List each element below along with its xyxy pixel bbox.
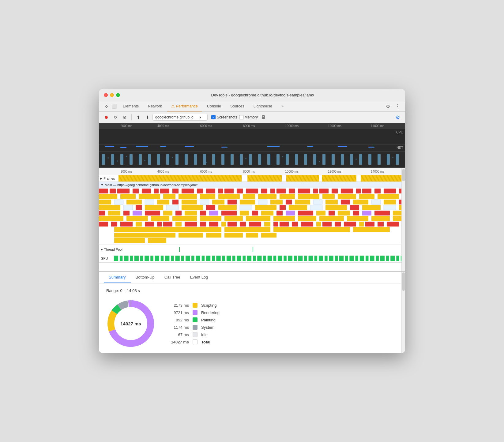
clear-button[interactable]: ⊘ [121, 114, 128, 121]
svg-rect-263 [309, 256, 313, 261]
memory-checkbox-label[interactable]: Memory [239, 115, 258, 119]
svg-rect-151 [145, 211, 160, 215]
thread-pool-expand-icon[interactable]: ▶ [101, 248, 103, 251]
ruler-4000: 4000 ms [157, 124, 169, 128]
svg-rect-260 [294, 256, 297, 261]
svg-rect-241 [196, 256, 200, 261]
tab-event-log[interactable]: Event Log [185, 272, 213, 283]
reload-record-button[interactable]: ↺ [112, 114, 119, 121]
tab-sources[interactable]: Sources [226, 102, 249, 111]
upload-button[interactable]: ⬆ [135, 114, 142, 121]
svg-rect-100 [280, 194, 295, 199]
tab-more[interactable]: » [277, 102, 288, 111]
svg-rect-142 [325, 205, 347, 210]
svg-rect-166 [338, 211, 350, 215]
svg-rect-222 [261, 233, 276, 238]
svg-rect-245 [216, 256, 220, 261]
svg-rect-250 [243, 256, 246, 261]
svg-rect-204 [316, 222, 321, 227]
svg-rect-148 [108, 211, 120, 215]
svg-rect-138 [255, 205, 276, 210]
svg-rect-150 [133, 211, 142, 215]
url-dropdown-icon[interactable]: ▼ [199, 116, 202, 119]
settings-icon[interactable]: ⚙ [384, 103, 392, 110]
svg-rect-20 [185, 154, 188, 165]
svg-rect-113 [182, 200, 197, 204]
svg-rect-209 [365, 222, 374, 227]
svg-point-51 [282, 156, 283, 157]
bottom-scrollbar[interactable] [401, 272, 405, 353]
svg-rect-279 [390, 256, 395, 261]
tab-network[interactable]: Network [144, 102, 166, 111]
svg-rect-32 [295, 154, 298, 165]
svg-rect-220 [224, 233, 243, 238]
svg-rect-24 [221, 154, 224, 165]
tab-summary[interactable]: Summary [104, 272, 131, 283]
svg-rect-126 [371, 200, 381, 204]
frames-expand-icon[interactable]: ▶ [100, 177, 102, 180]
svg-rect-171 [99, 216, 123, 221]
svg-rect-144 [362, 205, 381, 210]
svg-rect-266 [325, 256, 328, 261]
svg-rect-99 [258, 194, 276, 199]
screenshots-checkbox[interactable] [211, 115, 216, 119]
svg-rect-27 [249, 154, 252, 165]
memory-checkbox[interactable] [239, 115, 243, 119]
flame-svg [99, 188, 405, 245]
tab-bottom-up[interactable]: Bottom-Up [131, 272, 160, 283]
svg-rect-86 [356, 189, 361, 193]
record-button[interactable]: ⏺ [103, 114, 110, 121]
stat-color-scripting [193, 303, 197, 308]
svg-rect-199 [264, 222, 270, 227]
main-collapse-icon[interactable]: ▼ [101, 183, 103, 186]
svg-rect-21 [194, 154, 197, 165]
close-button[interactable] [104, 93, 108, 97]
summary-panel: Range: 0 – 14.03 s [99, 283, 405, 353]
more-options-icon[interactable]: ⋮ [394, 103, 401, 110]
scrollbar-thumb[interactable] [402, 169, 405, 181]
svg-rect-137 [240, 205, 252, 210]
screenshots-checkbox-label[interactable]: Screenshots [211, 115, 237, 119]
svg-rect-176 [224, 216, 243, 221]
svg-rect-213 [114, 227, 221, 232]
performance-settings-icon[interactable]: ⚙ [394, 114, 401, 121]
title-bar: DevTools - googlechrome.github.io/devtoo… [99, 89, 405, 101]
tab-console[interactable]: Console [203, 102, 225, 111]
stat-value-painting: 892 ms [167, 318, 189, 322]
tab-call-tree[interactable]: Call Tree [160, 272, 185, 283]
inspect-icon[interactable]: ⬜ [111, 103, 118, 110]
svg-rect-122 [313, 200, 322, 204]
stat-row-idle: 67 ms Idle [167, 332, 220, 337]
capture-settings-icon[interactable]: 🖶 [260, 114, 267, 121]
svg-rect-232 [150, 256, 153, 261]
select-tool-icon[interactable]: ⊹ [103, 103, 110, 110]
svg-point-53 [355, 159, 357, 160]
svg-rect-119 [270, 200, 283, 204]
svg-rect-235 [165, 256, 169, 261]
svg-rect-262 [304, 256, 307, 261]
svg-rect-108 [114, 200, 123, 204]
svg-rect-234 [161, 256, 164, 261]
download-button[interactable]: ⬇ [144, 114, 151, 121]
minimize-button[interactable] [110, 93, 114, 97]
tab-elements[interactable]: Elements [118, 102, 143, 111]
svg-rect-83 [319, 189, 329, 193]
tab-performance[interactable]: ⚠ ⚠ PerformancePerformance [167, 101, 202, 111]
svg-rect-101 [298, 194, 319, 199]
tab-lighthouse[interactable]: Lighthouse [249, 102, 276, 111]
svg-rect-261 [298, 256, 303, 261]
gpu-bars [112, 254, 405, 262]
svg-rect-240 [191, 256, 194, 261]
svg-rect-224 [148, 238, 166, 243]
svg-rect-120 [286, 200, 292, 204]
maximize-button[interactable] [116, 93, 120, 97]
timeline-scrollbar[interactable] [401, 168, 405, 271]
url-text: googlechrome.github.io ... [155, 115, 197, 119]
svg-rect-259 [288, 256, 292, 261]
bottom-scrollbar-thumb[interactable] [402, 272, 405, 291]
stat-label-system: System [201, 325, 214, 330]
svg-rect-203 [301, 222, 313, 227]
thread-pool-marker-1 [179, 247, 180, 252]
svg-rect-225 [114, 256, 118, 261]
ruler-14000: 14000 ms [371, 124, 384, 128]
